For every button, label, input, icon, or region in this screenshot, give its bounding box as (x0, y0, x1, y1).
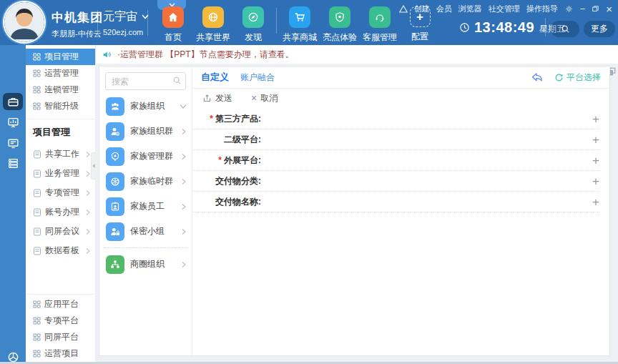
content-area: 家族组织 家族组织群 家族管理群 (95, 64, 618, 364)
sidebar-item-app-platform[interactable]: 应用平台 (26, 296, 95, 313)
main-card: 家族组织 家族组织群 家族管理群 (99, 66, 610, 356)
required-mark: * (210, 114, 213, 124)
grid-icon (33, 102, 41, 110)
person-gear-icon (109, 126, 121, 137)
sidebar-item-shared-work[interactable]: 共享工作 (26, 144, 95, 164)
world-switcher[interactable]: 元宇宙 520ezj.com (103, 9, 149, 36)
nav-item-home[interactable]: 首页 (153, 6, 193, 44)
group-item-family-org[interactable]: 家族组织 (99, 94, 192, 119)
add-button[interactable]: + (592, 134, 599, 146)
sidebar-item-screen-platform[interactable]: 同屏平台 (26, 329, 95, 345)
refresh-circle-icon (554, 73, 564, 82)
clock: 13:48:49 星期五 (459, 19, 565, 36)
sidebar-item-meeting[interactable]: 同屏会议 (26, 222, 95, 241)
sidebar-item-chain[interactable]: 连锁管理 (26, 82, 95, 98)
nav-item-service[interactable]: 客服管理 (360, 6, 400, 44)
search-button[interactable] (551, 21, 579, 37)
chevron-right-icon (181, 128, 187, 135)
document-icon (33, 150, 41, 159)
search-icon (172, 76, 182, 85)
share-back-icon[interactable] (531, 73, 543, 82)
rail-item-dashboard[interactable] (0, 117, 26, 129)
sidebar-item-special[interactable]: 专项管理 (26, 183, 95, 202)
sidebar-item-account[interactable]: 账号办理 (26, 202, 95, 222)
divider (147, 10, 148, 36)
chevron-right-icon (85, 190, 91, 197)
rail-item-projects[interactable] (0, 93, 26, 110)
field-deliverable-name: 交付物名称: + (192, 192, 599, 212)
chevron-right-icon (181, 261, 187, 268)
sidebar-item-business[interactable]: 业务管理 (26, 164, 95, 183)
document-icon (33, 189, 41, 197)
add-button[interactable]: + (592, 196, 599, 208)
link-guide[interactable]: 操作指导 (526, 4, 558, 14)
grid-icon (33, 86, 41, 94)
monitor-icon (7, 137, 19, 149)
sidebar-bottom-group: 应用平台 专项平台 同屏平台 运营项目 (26, 294, 95, 362)
world-name: 元宇宙 (103, 9, 137, 24)
globe-icon (207, 11, 219, 23)
close-button[interactable]: × (606, 4, 612, 14)
upload-icon (202, 94, 212, 103)
platform-select-button[interactable]: 平台选择 (554, 72, 601, 84)
sidebar-item-project-mgmt[interactable]: 项目管理 (26, 49, 95, 65)
chevron-right-icon (181, 153, 187, 160)
gear-icon[interactable] (564, 4, 574, 14)
document-icon (33, 227, 41, 236)
link-browser[interactable]: 浏览器 (458, 4, 482, 14)
group-item-business-circle[interactable]: 商圈组织 (99, 252, 192, 277)
minimize-button[interactable]: − (580, 4, 586, 14)
people-group-icon (109, 101, 121, 112)
restore-button[interactable] (592, 5, 599, 13)
broadcast-icon (109, 151, 121, 162)
sidebar-item-special-platform[interactable]: 专项平台 (26, 313, 95, 329)
field-external-platform: *外展平台: + (192, 150, 599, 171)
grid-icon (33, 350, 41, 358)
cancel-button[interactable]: × 取消 (251, 92, 278, 104)
more-button[interactable]: 更多 (584, 21, 615, 37)
server-icon (7, 157, 19, 169)
shutter-icon (109, 176, 121, 187)
sidebar-item-operation-project[interactable]: 运营项目 (26, 345, 95, 362)
add-button[interactable]: + (592, 175, 599, 187)
clock-icon (459, 22, 470, 33)
link-create[interactable]: 创建 (414, 4, 430, 14)
sidebar-item-operations[interactable]: 运营管理 (26, 65, 95, 82)
link-member[interactable]: 会员 (436, 4, 452, 14)
nav-item-highlight[interactable]: 亮点体验 (320, 6, 360, 44)
divider (276, 8, 277, 34)
form-fields: *第三方产品: + 二级平台: + *外展平台: + 交付物分类: + 交付物名… (192, 107, 609, 212)
rail-item-monitor[interactable] (0, 137, 26, 149)
icon-rail (0, 45, 26, 364)
search-icon (561, 24, 570, 34)
nav-item-discover[interactable]: 发现 (233, 6, 273, 44)
nav-item-shared-world[interactable]: 共享世界 (193, 6, 233, 44)
notification-bar[interactable]: ·运营管理群 【PPT】节点需要办理，请查看。 (95, 45, 618, 64)
grid-icon (33, 53, 41, 61)
avatar[interactable] (4, 2, 44, 42)
rail-item-server[interactable] (0, 157, 26, 169)
group-item-secret-team[interactable]: 保密小组 (99, 219, 192, 244)
sidebar-item-data-board[interactable]: 数据看板 (26, 241, 95, 260)
send-button[interactable]: 发送 (202, 92, 232, 104)
add-button[interactable]: + (592, 113, 599, 125)
form-header: 自定义 账户融合 平台选择 (192, 67, 609, 89)
group-item-family-staff[interactable]: 家族员工 (99, 194, 192, 219)
link-social[interactable]: 社交管理 (489, 4, 520, 14)
document-icon (33, 247, 41, 255)
group-item-family-admin-group[interactable]: 家族管理群 (99, 144, 192, 169)
add-button[interactable]: + (592, 154, 599, 167)
grid-icon (33, 69, 41, 77)
group-item-family-org-group[interactable]: 家族组织群 (99, 119, 192, 144)
group-item-family-temp-group[interactable]: 家族临时群 (99, 169, 192, 194)
sidebar-item-smart-upgrade[interactable]: 智能升级 (26, 98, 95, 114)
chevron-right-icon (85, 170, 91, 177)
field-secondary-platform: 二级平台: + (192, 129, 599, 150)
user-name: 李朋朋-中传云 (52, 29, 103, 39)
close-icon: × (251, 93, 257, 103)
divider (545, 18, 546, 36)
home-icon (167, 11, 179, 23)
tab-account-merge[interactable]: 账户融合 (240, 72, 275, 84)
nav-item-mall[interactable]: 共享商城 (280, 6, 320, 44)
tab-custom[interactable]: 自定义 (201, 71, 229, 84)
